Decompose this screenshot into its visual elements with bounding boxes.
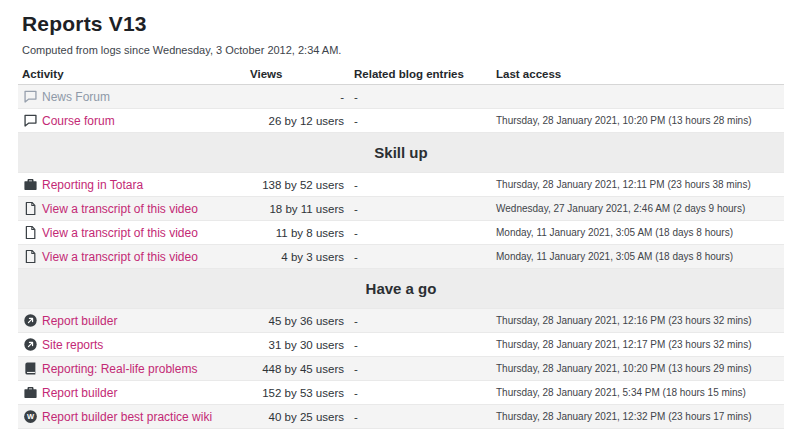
url-icon (22, 337, 38, 353)
page-icon (22, 201, 38, 217)
activity-link[interactable]: Report builder (42, 314, 117, 328)
activity-link[interactable]: Reporting: Real-life problems (42, 362, 197, 376)
table-row: Site reports 31 by 30 users - Thursday, … (18, 333, 784, 357)
column-header-activity: Activity (18, 68, 248, 80)
column-header-blog-entries: Related blog entries (348, 68, 496, 80)
table-row: View a transcript of this video 18 by 11… (18, 197, 784, 221)
related-blog-entries-cell: - (348, 91, 496, 103)
computed-from-logs-note: Computed from logs since Wednesday, 3 Oc… (22, 44, 784, 56)
table-row: Report builder 45 by 36 users - Thursday… (18, 309, 784, 333)
wiki-icon: W (22, 409, 38, 425)
related-blog-entries-cell: - (348, 227, 496, 239)
related-blog-entries-cell: - (348, 179, 496, 191)
section-title: Skill up (18, 144, 784, 161)
related-blog-entries-cell: - (348, 411, 496, 423)
activity-cell: Reporting in Totara (18, 177, 248, 193)
views-cell: 11 by 8 users (248, 227, 348, 239)
table-row: View a transcript of this video 4 by 3 u… (18, 245, 784, 269)
section-header-row: Skill up (18, 133, 784, 173)
forum-icon (22, 89, 38, 105)
activity-report-table: Activity Views Related blog entries Last… (18, 64, 784, 429)
column-header-views: Views (248, 68, 348, 80)
views-cell: 4 by 3 users (248, 251, 348, 263)
activity-cell: W Report builder best practice wiki (18, 409, 248, 425)
related-blog-entries-cell: - (348, 115, 496, 127)
last-access-cell: Thursday, 28 January 2021, 10:20 PM (13 … (496, 363, 784, 374)
views-cell: 138 by 52 users (248, 179, 348, 191)
views-cell: 448 by 45 users (248, 363, 348, 375)
activity-cell: Site reports (18, 337, 248, 353)
activity-cell: View a transcript of this video (18, 249, 248, 265)
last-access-cell: Thursday, 28 January 2021, 12:11 PM (23 … (496, 179, 784, 190)
scorm-icon (22, 177, 38, 193)
table-row: Reporting: Real-life problems 448 by 45 … (18, 357, 784, 381)
last-access-cell: Thursday, 28 January 2021, 12:32 PM (23 … (496, 411, 784, 422)
views-cell: 26 by 12 users (248, 115, 348, 127)
page-icon (22, 249, 38, 265)
section-title: Have a go (18, 280, 784, 297)
activity-cell: Reporting: Real-life problems (18, 361, 248, 377)
related-blog-entries-cell: - (348, 315, 496, 327)
related-blog-entries-cell: - (348, 363, 496, 375)
table-row: Report builder 152 by 53 users - Thursda… (18, 381, 784, 405)
book-icon (22, 361, 38, 377)
activity-link[interactable]: View a transcript of this video (42, 250, 198, 264)
related-blog-entries-cell: - (348, 251, 496, 263)
activity-link[interactable]: Report builder (42, 386, 117, 400)
related-blog-entries-cell: - (348, 387, 496, 399)
outline-report-page: Reports V13 Computed from logs since Wed… (0, 0, 802, 429)
page-title: Reports V13 (22, 12, 784, 36)
table-row: News Forum - - (18, 85, 784, 109)
svg-text:W: W (26, 412, 34, 421)
forum-icon (22, 113, 38, 129)
section-header-row: Have a go (18, 269, 784, 309)
table-body: News Forum - - Course forum 26 by 12 use… (18, 85, 784, 429)
activity-cell: Report builder (18, 385, 248, 401)
last-access-cell: Thursday, 28 January 2021, 10:20 PM (13 … (496, 115, 784, 126)
activity-link[interactable]: View a transcript of this video (42, 226, 198, 240)
table-row: Reporting in Totara 138 by 52 users - Th… (18, 173, 784, 197)
views-cell: 40 by 25 users (248, 411, 348, 423)
views-cell: - (248, 91, 348, 103)
activity-link[interactable]: Reporting in Totara (42, 178, 143, 192)
url-icon (22, 313, 38, 329)
related-blog-entries-cell: - (348, 339, 496, 351)
activity-link: News Forum (42, 90, 110, 104)
activity-cell: Course forum (18, 113, 248, 129)
activity-cell: View a transcript of this video (18, 225, 248, 241)
table-header-row: Activity Views Related blog entries Last… (18, 64, 784, 85)
activity-link[interactable]: View a transcript of this video (42, 202, 198, 216)
column-header-last-access: Last access (496, 68, 784, 80)
activity-link[interactable]: Course forum (42, 114, 115, 128)
activity-link[interactable]: Report builder best practice wiki (42, 410, 212, 424)
scorm-icon (22, 385, 38, 401)
last-access-cell: Thursday, 28 January 2021, 12:17 PM (23 … (496, 339, 784, 350)
page-icon (22, 225, 38, 241)
views-cell: 152 by 53 users (248, 387, 348, 399)
table-row: W Report builder best practice wiki 40 b… (18, 405, 784, 429)
views-cell: 31 by 30 users (248, 339, 348, 351)
activity-cell: Report builder (18, 313, 248, 329)
views-cell: 45 by 36 users (248, 315, 348, 327)
last-access-cell: Thursday, 28 January 2021, 12:16 PM (23 … (496, 315, 784, 326)
last-access-cell: Thursday, 28 January 2021, 5:34 PM (18 h… (496, 387, 784, 398)
related-blog-entries-cell: - (348, 203, 496, 215)
table-row: Course forum 26 by 12 users - Thursday, … (18, 109, 784, 133)
activity-cell: View a transcript of this video (18, 201, 248, 217)
activity-cell: News Forum (18, 89, 248, 105)
table-row: View a transcript of this video 11 by 8 … (18, 221, 784, 245)
activity-link[interactable]: Site reports (42, 338, 103, 352)
last-access-cell: Monday, 11 January 2021, 3:05 AM (18 day… (496, 251, 784, 262)
last-access-cell: Wednesday, 27 January 2021, 2:46 AM (2 d… (496, 203, 784, 214)
last-access-cell: Monday, 11 January 2021, 3:05 AM (18 day… (496, 227, 784, 238)
views-cell: 18 by 11 users (248, 203, 348, 215)
